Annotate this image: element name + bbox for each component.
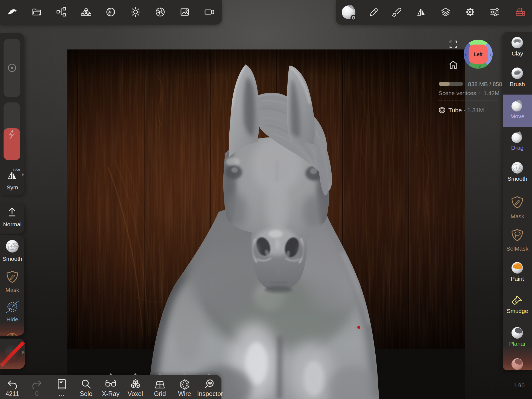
svg-text:Left: Left [474, 51, 483, 57]
svg-text:Bo: Bo [478, 65, 481, 69]
